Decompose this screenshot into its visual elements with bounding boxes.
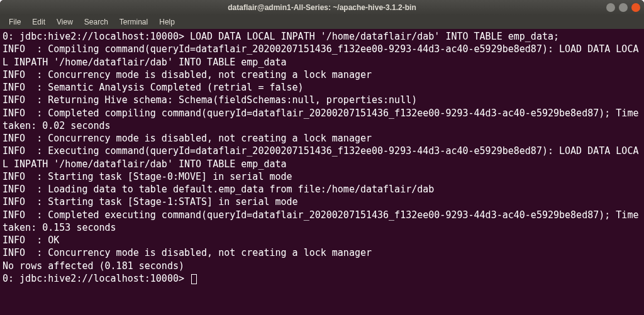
output-line: INFO : Concurrency mode is disabled, not… [3, 69, 641, 81]
output-line: INFO : Returning Hive schema: Schema(fie… [3, 94, 641, 106]
maximize-icon[interactable] [619, 3, 628, 12]
menu-search[interactable]: Search [79, 16, 113, 28]
output-line: INFO : OK [3, 234, 641, 246]
output-line: INFO : Compiling command(queryId=datafla… [3, 43, 641, 69]
prompt-line: 0: jdbc:hive2://localhost:10000> LOAD DA… [3, 30, 641, 43]
terminal-output[interactable]: 0: jdbc:hive2://localhost:10000> LOAD DA… [0, 29, 644, 315]
menubar: File Edit View Search Terminal Help [0, 15, 644, 29]
window-titlebar: dataflair@admin1-All-Series: ~/apache-hi… [0, 0, 644, 15]
window-controls [606, 3, 640, 12]
minimize-icon[interactable] [606, 3, 615, 12]
prompt: 0: jdbc:hive2://localhost:10000> [3, 31, 190, 42]
output-line: INFO : Loading data to table default.emp… [3, 183, 641, 196]
menu-terminal[interactable]: Terminal [114, 16, 153, 28]
command-text: LOAD DATA LOCAL INPATH '/home/dataflair/… [190, 31, 559, 42]
terminal-window: dataflair@admin1-All-Series: ~/apache-hi… [0, 0, 644, 315]
output-line: INFO : Concurrency mode is disabled, not… [3, 132, 641, 145]
output-line: INFO : Executing command(queryId=datafla… [3, 145, 641, 170]
output-line: INFO : Completed compiling command(query… [3, 107, 641, 133]
prompt-line-2: 0: jdbc:hive2://localhost:10000> [3, 272, 641, 285]
output-line: INFO : Starting task [Stage-0:MOVE] in s… [3, 170, 641, 183]
output-line: INFO : Completed executing command(query… [3, 209, 641, 235]
output-line: No rows affected (0.181 seconds) [3, 260, 641, 272]
menu-file[interactable]: File [4, 16, 26, 28]
output-line: INFO : Semantic Analysis Completed (retr… [3, 81, 641, 94]
output-line: INFO : Concurrency mode is disabled, not… [3, 246, 641, 259]
menu-edit[interactable]: Edit [27, 16, 50, 28]
output-line: INFO : Starting task [Stage-1:STATS] in … [3, 196, 641, 208]
prompt: 0: jdbc:hive2://localhost:10000> [3, 273, 190, 284]
cursor-icon [191, 274, 197, 284]
menu-help[interactable]: Help [154, 16, 180, 28]
close-icon[interactable] [631, 3, 640, 12]
window-title: dataflair@admin1-All-Series: ~/apache-hi… [228, 3, 416, 12]
menu-view[interactable]: View [52, 16, 78, 28]
